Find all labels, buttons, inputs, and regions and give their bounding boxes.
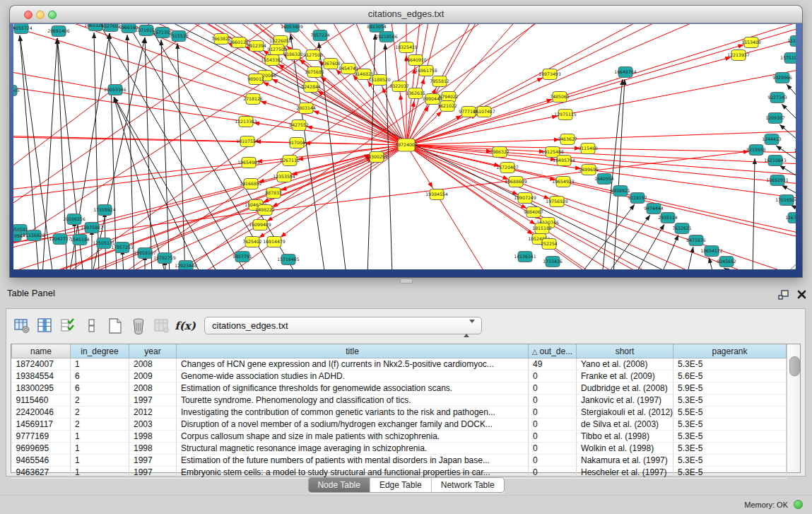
scrollbar-thumb[interactable] [789, 356, 800, 376]
network-graph[interactable]: 1405572420691406106532671527602696616010… [13, 24, 796, 269]
table-cell[interactable]: Genome-wide association studies in ADHD. [177, 370, 529, 382]
table-cell[interactable]: 1998 [129, 443, 177, 455]
table-cell[interactable]: 5.3E-5 [673, 395, 787, 407]
table-cell[interactable]: 5.3E-5 [673, 443, 787, 455]
table-cell[interactable]: 1997 [129, 455, 177, 467]
table-cell[interactable]: 5.5E-5 [673, 407, 787, 419]
table-cell[interactable]: 1 [71, 467, 129, 479]
zoom-window-button[interactable] [48, 11, 57, 19]
table-cell[interactable]: 2003 [129, 419, 177, 431]
column-header-in_degree[interactable]: in_degree [71, 344, 129, 358]
table-cell[interactable]: 22420046 [12, 407, 71, 419]
table-cell[interactable]: 1 [71, 455, 129, 467]
table-cell[interactable]: 2 [71, 395, 129, 407]
column-header-name[interactable]: name [12, 344, 71, 358]
table-scrollbar[interactable] [787, 344, 800, 472]
table-cell[interactable]: 2008 [129, 358, 177, 370]
table-row[interactable]: 969969511998Structural magnetic resonanc… [12, 443, 787, 455]
table-cell[interactable]: Structural magnetic resonance image aver… [177, 443, 529, 455]
table-cell[interactable]: Estimation of significance thresholds fo… [177, 382, 529, 395]
table-cell[interactable]: Nakamura et al. (1997) [577, 455, 673, 467]
table-cell[interactable]: 0 [529, 419, 577, 431]
table-cell[interactable]: Estimation of the future numbers of pati… [177, 455, 529, 467]
column-header-pagerank[interactable]: pagerank [673, 344, 787, 358]
table-cell[interactable]: Corpus callosum shape and size in male p… [177, 431, 529, 443]
table-row[interactable]: 1830029562008Estimation of significance … [12, 382, 787, 395]
function-builder-button[interactable]: f(x) [175, 315, 195, 337]
table-cell[interactable]: 9115460 [12, 395, 71, 407]
panel-splitter-handle[interactable] [400, 279, 413, 284]
column-header-out_de[interactable]: △out_de... [529, 344, 577, 358]
table-cell[interactable]: 0 [529, 443, 577, 455]
table-cell[interactable]: 6 [71, 382, 129, 395]
table-cell[interactable]: Hescheler et al. (1997) [577, 467, 673, 479]
table-row[interactable]: 946554611997Estimation of the future num… [12, 455, 787, 467]
table-cell[interactable]: 0 [529, 370, 577, 382]
table-cell[interactable]: 1997 [129, 395, 177, 407]
table-cell[interactable]: 5.6E-5 [673, 370, 787, 382]
table-cell[interactable]: 0 [529, 395, 577, 407]
column-header-title[interactable]: title [177, 344, 529, 358]
select-rows-button[interactable] [59, 315, 78, 337]
table-cell[interactable]: Franke et al. (2009) [577, 370, 673, 382]
table-cell[interactable]: 0 [529, 382, 577, 395]
minimize-window-button[interactable] [36, 11, 45, 19]
tab-edge-table[interactable]: Edge Table [370, 478, 431, 492]
table-cell[interactable]: 5.3E-5 [673, 467, 787, 479]
table-cell[interactable]: 18724007 [12, 358, 71, 370]
column-header-year[interactable]: year [129, 344, 177, 358]
table-cell[interactable]: 2012 [129, 407, 177, 419]
table-cell[interactable]: 9699695 [12, 443, 71, 455]
table-row[interactable]: 2242004622012Investigating the contribut… [12, 407, 787, 419]
table-cell[interactable]: 1 [71, 431, 129, 443]
table-cell[interactable]: 14569117 [12, 419, 71, 431]
table-cell[interactable]: 2 [71, 419, 129, 431]
table-settings-button[interactable] [12, 315, 32, 337]
tab-node-table[interactable]: Node Table [308, 478, 370, 492]
table-cell[interactable]: 5.3E-5 [673, 431, 787, 443]
table-cell[interactable]: Embryonic stem cells: a model to study s… [177, 467, 529, 479]
column-visibility-button[interactable] [35, 315, 55, 337]
table-cell[interactable]: Stergiakouli et al. (2012) [577, 407, 673, 419]
table-row[interactable]: 1938455462009Genome-wide association stu… [12, 370, 787, 382]
table-cell[interactable]: 0 [529, 467, 577, 479]
table-cell[interactable]: de Silva et al. (2003) [577, 419, 673, 431]
new-table-button[interactable] [105, 315, 125, 337]
table-cell[interactable]: 9777169 [12, 431, 71, 443]
table-cell[interactable]: 9463627 [12, 467, 71, 479]
table-cell[interactable]: 1 [71, 443, 129, 455]
table-row[interactable]: 946362711997Embryonic stem cells: a mode… [12, 467, 787, 479]
table-cell[interactable]: Changes of HCN gene expression and I(f) … [177, 358, 529, 370]
tab-network-table[interactable]: Network Table [431, 478, 504, 492]
table-cell[interactable]: 2009 [129, 370, 177, 382]
network-canvas[interactable]: 1405572420691406106532671527602696616010… [13, 24, 796, 269]
close-panel-icon[interactable] [796, 289, 809, 300]
table-cell[interactable]: Investigating the contribution of common… [177, 407, 529, 419]
close-window-button[interactable] [24, 11, 33, 19]
row-height-button[interactable] [82, 315, 102, 337]
table-cell[interactable]: 9465546 [12, 455, 71, 467]
table-cell[interactable]: 49 [529, 358, 577, 370]
table-row[interactable]: 1456911722003Disruption of a novel membe… [12, 419, 787, 431]
table-cell[interactable]: Tourette syndrome. Phenomenology and cla… [177, 395, 529, 407]
table-cell[interactable]: 19384554 [12, 370, 71, 382]
table-cell[interactable]: 5.3E-5 [673, 455, 787, 467]
table-cell[interactable]: 2 [71, 407, 129, 419]
table-cell[interactable]: Yano et al. (2008) [577, 358, 673, 370]
table-cell[interactable]: 6 [71, 370, 129, 382]
table-cell[interactable]: 1997 [129, 467, 177, 479]
table-cell[interactable]: Jankovic et al. (1997) [577, 395, 673, 407]
import-table-button[interactable] [152, 315, 172, 337]
table-cell[interactable]: 2008 [129, 382, 177, 395]
table-cell[interactable]: 1 [71, 358, 129, 370]
table-cell[interactable]: 0 [529, 431, 577, 443]
table-cell[interactable]: 0 [529, 407, 577, 419]
table-select-dropdown[interactable]: citations_edges.txt [204, 317, 482, 334]
table-cell[interactable]: 5.3E-5 [673, 358, 787, 370]
delete-table-button[interactable] [129, 315, 148, 337]
table-row[interactable]: 977716911998Corpus callosum shape and si… [12, 431, 787, 443]
float-panel-icon[interactable] [777, 289, 790, 300]
window-titlebar[interactable]: citations_edges.txt [10, 6, 802, 23]
table-cell[interactable]: 0 [529, 455, 577, 467]
column-header-short[interactable]: short [577, 344, 673, 358]
